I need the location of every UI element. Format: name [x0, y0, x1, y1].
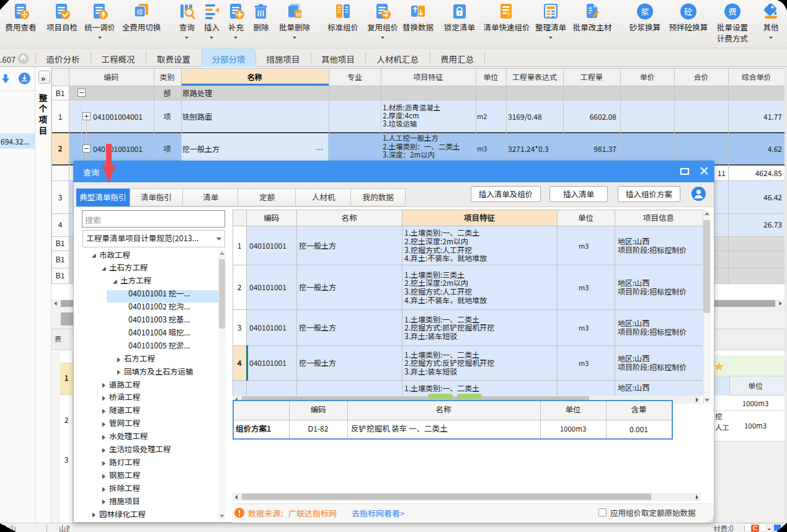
svg-text:砼: 砼 [684, 5, 693, 17]
svg-text:费: 费 [728, 5, 737, 17]
svg-text:浆: 浆 [641, 5, 649, 17]
svg-text:综: 综 [137, 7, 143, 16]
